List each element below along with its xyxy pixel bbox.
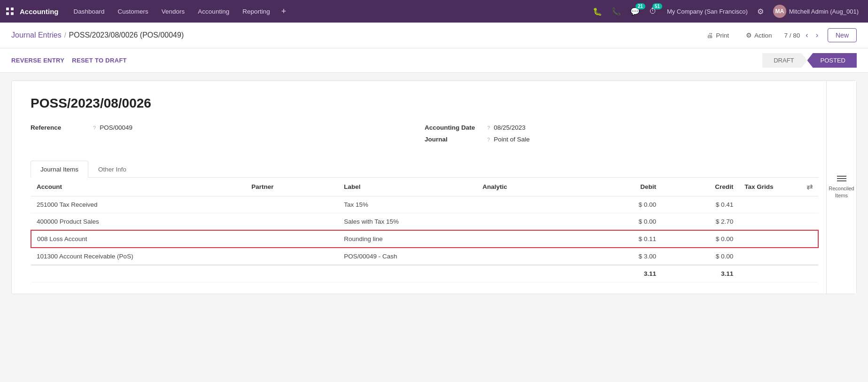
cell-debit: $ 3.00 bbox=[585, 248, 662, 265]
nav-add-button[interactable]: + bbox=[278, 5, 290, 18]
breadcrumb-actions: 🖨 Print ⚙ Action 7 / 80 ‹ › New bbox=[702, 28, 857, 42]
document-title: POSS/2023/08/0026 bbox=[31, 96, 819, 111]
new-button[interactable]: New bbox=[828, 28, 857, 42]
cell-label: Sales with Tax 15% bbox=[338, 213, 477, 231]
cell-credit: $ 0.00 bbox=[662, 248, 739, 265]
cell-label: Rounding line bbox=[338, 230, 477, 248]
reference-label: Reference bbox=[31, 124, 92, 131]
pagination-prev[interactable]: ‹ bbox=[804, 30, 810, 40]
totals-cell-1 bbox=[246, 265, 338, 282]
chat-icon-button[interactable]: 💬 21 bbox=[628, 5, 643, 18]
chat-badge: 21 bbox=[636, 3, 645, 9]
company-name[interactable]: My Company (San Francisco) bbox=[667, 8, 748, 15]
grid-menu-icon[interactable] bbox=[6, 7, 14, 16]
cell-credit: $ 0.41 bbox=[662, 196, 739, 213]
accounting-date-label: Accounting Date bbox=[425, 124, 486, 131]
app-name: Accounting bbox=[20, 8, 59, 16]
tab-journal-items[interactable]: Journal Items bbox=[31, 161, 88, 178]
accounting-date-field-row: Accounting Date ? 08/25/2023 bbox=[425, 124, 819, 131]
svg-rect-3 bbox=[11, 12, 14, 15]
status-actions: REVERSE ENTRY RESET TO DRAFT bbox=[11, 55, 127, 66]
reference-field-row: Reference ? POS/00049 bbox=[31, 124, 425, 131]
totals-cell-4: 3.11 bbox=[585, 265, 662, 282]
nav-accounting[interactable]: Accounting bbox=[192, 5, 235, 18]
cell-account: 101300 Account Receivable (PoS) bbox=[31, 248, 246, 265]
col-header-debit: Debit bbox=[585, 178, 662, 196]
table-row[interactable]: 400000 Product SalesSales with Tax 15%$ … bbox=[31, 213, 818, 231]
totals-cell-3 bbox=[477, 265, 585, 282]
form-area: POSS/2023/08/0026 Reference ? POS/00049 … bbox=[12, 81, 856, 294]
breadcrumb: Journal Entries / POSS/2023/08/0026 (POS… bbox=[11, 31, 184, 39]
left-fields: Reference ? POS/00049 bbox=[31, 124, 425, 148]
reconciled-items-button[interactable]: Reconciled Items bbox=[826, 81, 856, 294]
col-header-label: Label bbox=[338, 178, 477, 196]
journal-items-table: Account Partner Label Analytic Debit Cre… bbox=[31, 178, 819, 282]
svg-rect-1 bbox=[11, 8, 14, 10]
user-name: Mitchell Admin (Aug_001) bbox=[789, 8, 859, 15]
table-row[interactable]: 101300 Account Receivable (PoS)POS/00049… bbox=[31, 248, 818, 265]
reconciled-items-label: Reconciled Items bbox=[829, 185, 854, 199]
activity-icon-button[interactable]: ⏱ 51 bbox=[646, 5, 659, 17]
cell-label: Tax 15% bbox=[338, 196, 477, 213]
nav-reporting[interactable]: Reporting bbox=[237, 5, 276, 18]
col-header-analytic: Analytic bbox=[477, 178, 585, 196]
cell-taxgrids bbox=[739, 230, 801, 248]
pagination-next[interactable]: › bbox=[814, 30, 820, 40]
nav-dashboard[interactable]: Dashboard bbox=[68, 5, 110, 18]
nav-customers[interactable]: Customers bbox=[112, 5, 154, 18]
cell-label: POS/00049 - Cash bbox=[338, 248, 477, 265]
settings-icon[interactable]: ⚙ bbox=[755, 5, 766, 18]
breadcrumb-current: POSS/2023/08/0026 (POS/00049) bbox=[69, 31, 184, 39]
reverse-entry-button[interactable]: REVERSE ENTRY bbox=[11, 55, 64, 66]
cell-credit: $ 2.70 bbox=[662, 213, 739, 231]
cell-debit: $ 0.00 bbox=[585, 196, 662, 213]
col-header-taxgrids: Tax Grids bbox=[739, 178, 801, 196]
cell-analytic bbox=[477, 230, 585, 248]
cell-partner bbox=[246, 248, 338, 265]
cell-partner bbox=[246, 230, 338, 248]
col-header-sort: ⇄ bbox=[801, 178, 818, 196]
table-header-row: Account Partner Label Analytic Debit Cre… bbox=[31, 178, 818, 196]
reconciled-icon bbox=[837, 176, 846, 181]
cell-taxgrids bbox=[739, 248, 801, 265]
col-header-account: Account bbox=[31, 178, 246, 196]
user-menu[interactable]: MA Mitchell Admin (Aug_001) bbox=[769, 3, 862, 20]
totals-cell-6 bbox=[739, 265, 801, 282]
fields-grid: Reference ? POS/00049 Accounting Date ? … bbox=[31, 124, 819, 148]
accounting-date-help: ? bbox=[487, 125, 490, 131]
phone-icon-button[interactable]: 📞 bbox=[609, 5, 624, 18]
cell-partner bbox=[246, 196, 338, 213]
journal-value: Point of Sale bbox=[494, 136, 530, 143]
sort-icon[interactable]: ⇄ bbox=[806, 183, 813, 191]
cell-taxgrids bbox=[739, 213, 801, 231]
cell-credit: $ 0.00 bbox=[662, 230, 739, 248]
bug-icon-button[interactable]: 🐛 bbox=[590, 5, 605, 18]
action-button[interactable]: ⚙ Action bbox=[741, 29, 777, 41]
nav-vendors[interactable]: Vendors bbox=[156, 5, 191, 18]
table-row[interactable]: 251000 Tax ReceivedTax 15%$ 0.00$ 0.41 bbox=[31, 196, 818, 213]
right-fields: Accounting Date ? 08/25/2023 Journal ? P… bbox=[425, 124, 819, 148]
cell-analytic bbox=[477, 248, 585, 265]
journal-items-table-wrapper: Account Partner Label Analytic Debit Cre… bbox=[31, 178, 819, 282]
step-posted[interactable]: POSTED bbox=[807, 53, 857, 68]
breadcrumb-parent[interactable]: Journal Entries bbox=[11, 31, 62, 39]
cell-account: 400000 Product Sales bbox=[31, 213, 246, 231]
cell-analytic bbox=[477, 196, 585, 213]
cell-taxgrids bbox=[739, 196, 801, 213]
table-row[interactable]: 008 Loss AccountRounding line$ 0.11$ 0.0… bbox=[31, 230, 818, 248]
totals-cell-5: 3.11 bbox=[662, 265, 739, 282]
breadcrumb-separator: / bbox=[64, 31, 66, 39]
print-button[interactable]: 🖨 Print bbox=[702, 30, 734, 41]
totals-cell-7 bbox=[801, 265, 818, 282]
reset-to-draft-button[interactable]: RESET TO DRAFT bbox=[72, 55, 127, 66]
cell-sort bbox=[801, 196, 818, 213]
step-draft[interactable]: DRAFT bbox=[762, 53, 807, 68]
tab-other-info[interactable]: Other Info bbox=[88, 161, 136, 178]
cell-sort bbox=[801, 230, 818, 248]
reference-value: POS/00049 bbox=[100, 124, 132, 131]
cell-partner bbox=[246, 213, 338, 231]
accounting-date-value: 08/25/2023 bbox=[494, 124, 526, 131]
breadcrumb-bar: Journal Entries / POSS/2023/08/0026 (POS… bbox=[0, 23, 868, 48]
totals-cell-2 bbox=[338, 265, 477, 282]
journal-label: Journal bbox=[425, 136, 486, 143]
